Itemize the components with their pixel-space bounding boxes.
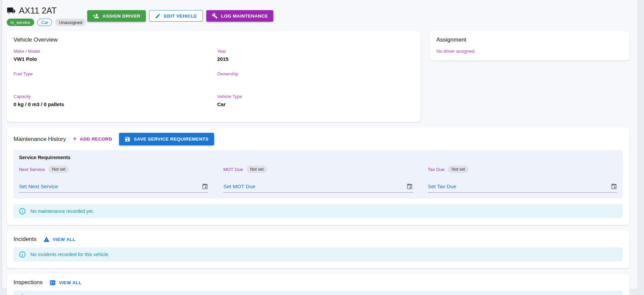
- add-record-button[interactable]: + ADD RECORD: [73, 136, 112, 143]
- tax-due-column: Tax Due Not set Set Tax Due: [428, 166, 617, 193]
- maintenance-history-card: Maintenance History + ADD RECORD SAVE SE…: [7, 127, 629, 225]
- field-vehicle-type: Vehicle Type Car: [217, 94, 414, 108]
- calendar-icon[interactable]: [611, 183, 617, 190]
- vehicle-detail-page: AX11 2AT in_service Car Unassigned ASSIG…: [2, 0, 638, 289]
- inspections-title: Inspections: [14, 279, 43, 286]
- field-value: Car: [217, 101, 414, 108]
- set-next-service-field[interactable]: Set Next Service: [19, 183, 208, 193]
- field-label: Vehicle Type: [217, 94, 414, 99]
- next-service-status-chip: Not set: [48, 166, 69, 173]
- pencil-icon: [155, 13, 161, 19]
- incidents-view-all-button[interactable]: VIEW ALL: [43, 236, 75, 243]
- field-make-model: Make / Model VW1 Polo: [14, 49, 210, 63]
- field-label: Capacity: [14, 94, 210, 99]
- service-requirements-panel: Service Requirements Next Service Not se…: [14, 150, 623, 199]
- field-label: Make / Model: [14, 49, 210, 54]
- truck-icon: [7, 6, 16, 15]
- status-badge-in-service: in_service: [7, 19, 34, 26]
- incidents-title: Incidents: [14, 236, 37, 243]
- set-next-service-label: Set Next Service: [19, 183, 58, 190]
- plus-icon: +: [73, 136, 77, 142]
- save-service-requirements-label: SAVE SERVICE REQUIREMENTS: [134, 137, 209, 142]
- next-service-label: Next Service: [19, 167, 45, 172]
- field-label: Ownership: [217, 71, 414, 76]
- field-capacity: Capacity 0 kg / 0 m3 / 0 pallets: [14, 94, 210, 108]
- assignment-badge: Unassigned: [55, 19, 86, 26]
- set-mot-due-field[interactable]: Set MOT Due: [223, 183, 413, 193]
- vehicle-type-badge: Car: [37, 19, 52, 26]
- vehicle-overview-title: Vehicle Overview: [14, 36, 414, 43]
- service-requirements-title: Service Requirements: [19, 155, 617, 160]
- inspections-card: Inspections VIEW ALL No inspections yet.: [7, 274, 629, 295]
- next-service-column: Next Service Not set Set Next Service: [19, 166, 208, 193]
- set-tax-due-field[interactable]: Set Tax Due: [428, 183, 617, 193]
- maintenance-empty-alert: No maintenance recorded yet.: [14, 204, 623, 218]
- edit-vehicle-button[interactable]: EDIT VEHICLE: [149, 10, 203, 22]
- add-record-label: ADD RECORD: [80, 137, 112, 142]
- tax-due-label: Tax Due: [428, 167, 445, 172]
- vehicle-overview-card: Vehicle Overview Make / Model VW1 Polo Y…: [7, 31, 421, 122]
- mot-due-column: MOT Due Not set Set MOT Due: [223, 166, 413, 193]
- person-add-icon: [93, 13, 99, 19]
- maintenance-empty-text: No maintenance recorded yet.: [30, 208, 94, 214]
- tax-due-status-chip: Not set: [448, 166, 469, 173]
- warning-icon: [43, 236, 50, 243]
- calendar-icon[interactable]: [202, 183, 208, 190]
- header-actions: ASSIGN DRIVER EDIT VEHICLE LOG MAINTENAN…: [87, 10, 273, 22]
- fact-check-icon: [49, 279, 56, 286]
- info-icon: [19, 208, 26, 215]
- field-year: Year 2015: [217, 49, 414, 63]
- field-value: VW1 Polo: [14, 56, 210, 63]
- field-label: Year: [217, 49, 414, 54]
- field-value: 2015: [217, 56, 414, 63]
- incidents-empty-text: No incidents recorded for this vehicle.: [30, 252, 109, 257]
- assignment-empty-text: No driver assigned.: [436, 49, 623, 54]
- set-tax-due-label: Set Tax Due: [428, 183, 456, 190]
- page-title: AX11 2AT: [19, 6, 57, 16]
- field-value: 0 kg / 0 m3 / 0 pallets: [14, 101, 210, 108]
- save-service-requirements-button[interactable]: SAVE SERVICE REQUIREMENTS: [119, 133, 214, 145]
- maintenance-history-title: Maintenance History: [14, 136, 66, 143]
- inspections-empty-alert: No inspections yet.: [14, 291, 623, 295]
- incidents-view-all-label: VIEW ALL: [53, 237, 75, 242]
- assignment-title: Assignment: [436, 36, 623, 43]
- inspections-view-all-button[interactable]: VIEW ALL: [49, 279, 82, 286]
- log-maintenance-label: LOG MAINTENANCE: [221, 14, 268, 19]
- field-ownership: Ownership: [217, 71, 414, 85]
- field-value: [217, 79, 414, 85]
- field-label: Fuel Type: [14, 71, 210, 76]
- calendar-icon[interactable]: [406, 183, 413, 190]
- incidents-card: Incidents VIEW ALL No incidents recorded…: [7, 230, 629, 268]
- field-fuel-type: Fuel Type: [14, 71, 210, 85]
- assign-driver-button[interactable]: ASSIGN DRIVER: [87, 10, 146, 22]
- assignment-card: Assignment No driver assigned.: [430, 31, 629, 60]
- mot-due-status-chip: Not set: [247, 166, 268, 173]
- inspections-view-all-label: VIEW ALL: [59, 280, 82, 285]
- page-header: AX11 2AT in_service Car Unassigned ASSIG…: [7, 5, 629, 26]
- info-icon: [19, 251, 26, 258]
- log-maintenance-button[interactable]: LOG MAINTENANCE: [206, 10, 274, 22]
- mot-due-label: MOT Due: [223, 167, 243, 172]
- save-icon: [124, 136, 131, 142]
- assign-driver-label: ASSIGN DRIVER: [102, 14, 140, 19]
- incidents-empty-alert: No incidents recorded for this vehicle.: [14, 247, 623, 262]
- vehicle-overview-fields: Make / Model VW1 Polo Year 2015 Fuel Typ…: [14, 49, 414, 117]
- wrench-icon: [212, 13, 218, 19]
- field-value: [14, 79, 210, 85]
- set-mot-due-label: Set MOT Due: [223, 183, 255, 190]
- edit-vehicle-label: EDIT VEHICLE: [164, 14, 197, 19]
